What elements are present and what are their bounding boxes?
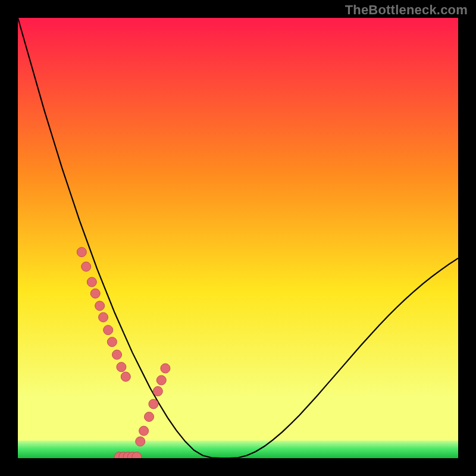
plot-area — [18, 18, 458, 458]
marker-point — [90, 289, 100, 298]
marker-point — [136, 437, 145, 446]
marker-point — [139, 426, 149, 436]
marker-point — [107, 337, 117, 347]
green-zone-band — [18, 440, 458, 458]
gradient-background — [18, 18, 458, 458]
marker-point — [117, 362, 126, 372]
marker-point — [82, 262, 91, 271]
marker-point — [145, 412, 154, 421]
marker-point — [99, 312, 108, 322]
marker-point — [156, 375, 166, 385]
marker-point — [149, 399, 158, 409]
marker-point — [153, 387, 162, 396]
marker-point — [95, 301, 105, 311]
marker-point — [121, 372, 130, 381]
marker-point — [104, 325, 113, 335]
marker-point — [112, 350, 122, 359]
marker-point — [77, 248, 86, 257]
marker-point — [87, 277, 96, 287]
chart-svg — [18, 18, 458, 458]
marker-point — [161, 364, 170, 373]
watermark-text: TheBottleneck.com — [345, 2, 468, 18]
chart-frame: TheBottleneck.com — [0, 0, 476, 476]
